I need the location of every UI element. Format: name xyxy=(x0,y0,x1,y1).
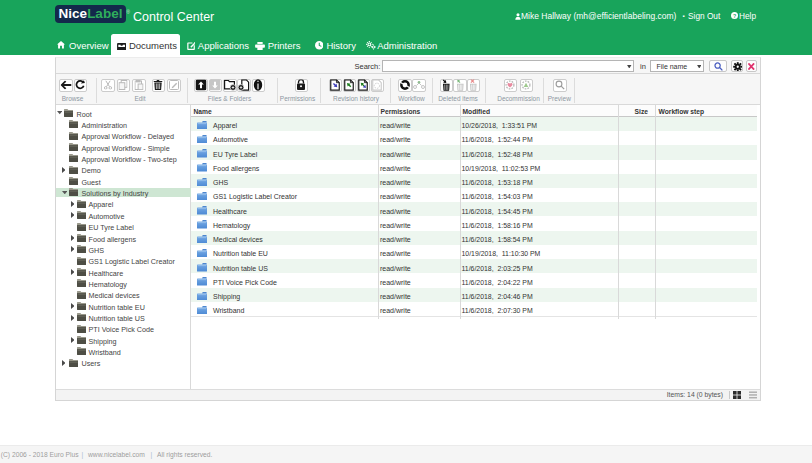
svg-text:?: ? xyxy=(732,13,735,19)
